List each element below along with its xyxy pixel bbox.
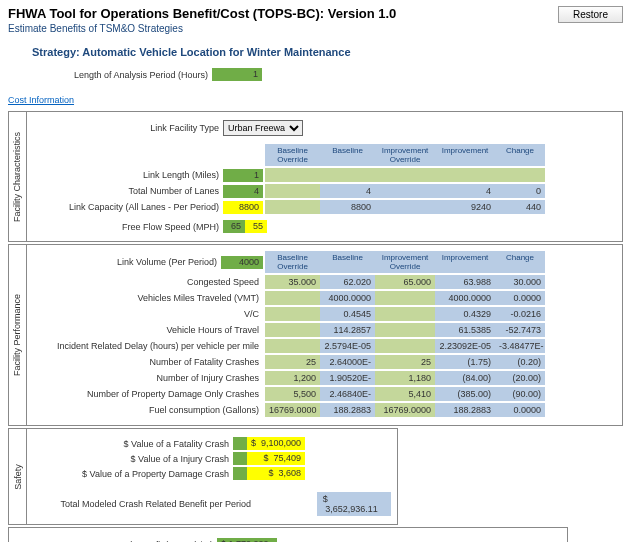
cell	[265, 291, 320, 305]
cell: 188.2883	[320, 403, 375, 417]
cell	[265, 168, 320, 182]
cell	[265, 339, 320, 353]
col-improvement: Improvement	[435, 144, 495, 166]
cell: 1,180	[375, 371, 435, 385]
cell	[375, 168, 435, 182]
cell: 65.000	[375, 275, 435, 289]
analysis-length-input[interactable]: 1	[212, 68, 262, 81]
safety-panel: Safety $ Value of a Fatality Crash$ 9,10…	[8, 428, 398, 525]
fp-row-label: Congested Speed	[33, 277, 263, 287]
facility-type-label: Link Facility Type	[33, 123, 223, 133]
capacity-label: Link Capacity (All Lanes - Per Period)	[33, 202, 223, 212]
fp-row-label: Number of Property Damage Only Crashes	[33, 389, 263, 399]
cell	[375, 291, 435, 305]
safety-side-label: Safety	[13, 464, 23, 490]
cell: 0.0000	[495, 291, 545, 305]
link-length-label: Link Length (Miles)	[33, 170, 223, 180]
page-subtitle: Estimate Benefits of TSM&O Strategies	[8, 23, 396, 34]
cell: 2.46840E-05	[320, 387, 375, 401]
cell: (1.75)	[435, 355, 495, 369]
cell	[265, 184, 320, 198]
fp-col-c: Change	[495, 251, 545, 273]
cell	[375, 339, 435, 353]
page-title: FHWA Tool for Operations Benefit/Cost (T…	[8, 6, 396, 21]
fp-row-label: Incident Related Delay (hours) per vehic…	[33, 341, 263, 351]
ffs-label: Free Flow Speed (MPH)	[33, 222, 223, 232]
cell: 61.5385	[435, 323, 495, 337]
link-length-input[interactable]: 1	[223, 169, 263, 182]
cost-info-link[interactable]: Cost Information	[8, 95, 623, 105]
cell: 5,500	[265, 387, 320, 401]
safety-total-value: $ 3,652,936.11	[317, 492, 391, 516]
cell: (0.20)	[495, 355, 545, 369]
cell: 4	[435, 184, 495, 198]
restore-button[interactable]: Restore	[558, 6, 623, 23]
cell: 4000.0000	[320, 291, 375, 305]
capacity-input[interactable]: 8800	[223, 201, 263, 214]
cell	[375, 200, 435, 214]
fp-col-b: Baseline	[320, 251, 375, 273]
cell: -0.0216	[495, 307, 545, 321]
safety-row-label: $ Value of a Fatality Crash	[33, 439, 233, 449]
cell: 0.0000	[495, 403, 545, 417]
strategy-heading: Strategy: Automatic Vehicle Location for…	[32, 46, 623, 58]
cell: 0.4545	[320, 307, 375, 321]
cell: 16769.0000	[265, 403, 320, 417]
cell: 30.000	[495, 275, 545, 289]
cell: 5,410	[375, 387, 435, 401]
cell	[265, 307, 320, 321]
cell: 8800	[320, 200, 375, 214]
cell: 63.988	[435, 275, 495, 289]
cell	[375, 307, 435, 321]
safety-row-label: $ Value of a Property Damage Crash	[33, 469, 233, 479]
ffs-yellow[interactable]: 55	[245, 220, 267, 233]
cell: 4	[320, 184, 375, 198]
cell	[265, 323, 320, 337]
cell: -3.48477E-06	[495, 339, 545, 353]
cell: 1,200	[265, 371, 320, 385]
col-baseline: Baseline	[320, 144, 375, 166]
fc-side-label: Facility Characteristics	[13, 131, 23, 221]
link-volume-input[interactable]: 4000	[221, 256, 263, 269]
bottom-panel: User Entered Benefit (Annual $'s) $ 1,77…	[8, 527, 568, 542]
analysis-length-label: Length of Analysis Period (Hours)	[32, 70, 212, 80]
col-baseline-override: Baseline Override	[265, 144, 320, 166]
cell: 4000.0000	[435, 291, 495, 305]
cell: (84.00)	[435, 371, 495, 385]
safety-value[interactable]: $ 9,100,000	[247, 437, 305, 450]
fp-row-label: Number of Fatality Crashes	[33, 357, 263, 367]
cell	[265, 200, 320, 214]
cell: 35.000	[265, 275, 320, 289]
fp-row-label: Fuel consumption (Gallons)	[33, 405, 263, 415]
col-change: Change	[495, 144, 545, 166]
user-benefit-input[interactable]: $ 1,770,000	[217, 538, 277, 542]
cell: (385.00)	[435, 387, 495, 401]
cell: 25	[265, 355, 320, 369]
cell: (20.00)	[495, 371, 545, 385]
cell: 9240	[435, 200, 495, 214]
cell: 0	[495, 184, 545, 198]
dollar-prefix	[233, 437, 247, 450]
safety-value[interactable]: $ 3,608	[247, 467, 305, 480]
cell	[435, 168, 495, 182]
cell	[375, 323, 435, 337]
cell: -52.7473	[495, 323, 545, 337]
facility-type-select[interactable]: Urban Freewa	[223, 120, 303, 136]
cell: 62.020	[320, 275, 375, 289]
safety-total-label: Total Modeled Crash Related Benefit per …	[33, 499, 257, 509]
facility-characteristics-panel: Facility Characteristics Link Facility T…	[8, 111, 623, 242]
lanes-label: Total Number of Lanes	[33, 186, 223, 196]
ffs-green[interactable]: 65	[223, 220, 245, 233]
fp-row-label: V/C	[33, 309, 263, 319]
dollar-prefix	[233, 452, 247, 465]
lanes-input[interactable]: 4	[223, 185, 263, 198]
cell: 1.90520E-05	[320, 371, 375, 385]
fp-col-bo: Baseline Override	[265, 251, 320, 273]
cell: 440	[495, 200, 545, 214]
cell: 2.64000E-07	[320, 355, 375, 369]
cell: 2.5794E-05	[320, 339, 375, 353]
col-improvement-override: Improvement Override	[375, 144, 435, 166]
cell: (90.00)	[495, 387, 545, 401]
safety-row-label: $ Value of a Injury Crash	[33, 454, 233, 464]
safety-value[interactable]: $ 75,409	[247, 452, 305, 465]
